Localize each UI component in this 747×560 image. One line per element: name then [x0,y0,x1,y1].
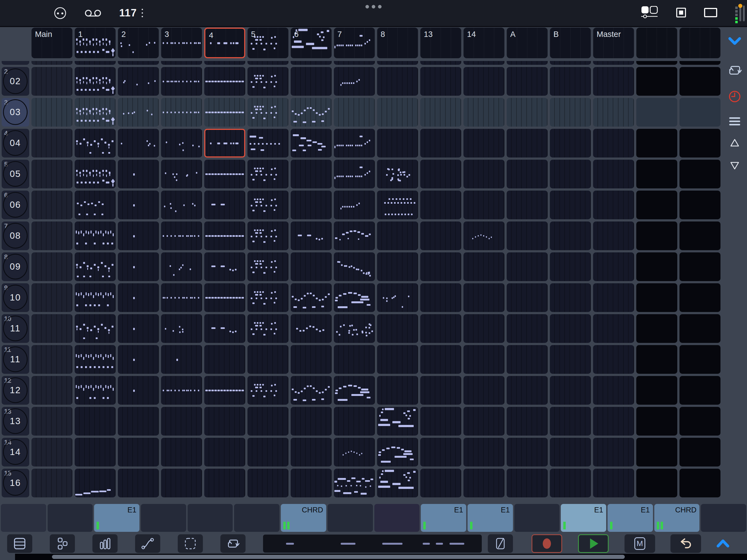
column-header-8[interactable]: 8 [377,28,418,58]
clip-cell[interactable] [291,376,332,405]
clip-cell[interactable] [75,222,115,250]
clip-cell[interactable] [248,61,288,65]
modules-view-button[interactable] [50,534,75,553]
clip-cell[interactable] [636,222,677,250]
clip-cell[interactable] [377,222,418,250]
clip-cell[interactable] [334,222,375,250]
scene-button-09[interactable]: 809 [2,252,29,281]
loop-icon[interactable] [727,63,742,77]
clip-cell[interactable] [463,160,505,188]
scene-button-06[interactable]: 606 [2,190,29,219]
clip-cell[interactable] [679,376,720,405]
clip-cell[interactable] [75,67,115,96]
clip-cell[interactable] [463,67,505,96]
scene-button-02[interactable]: 202 [2,67,29,96]
clip-cell[interactable] [463,407,505,436]
clip-cell[interactable] [377,190,418,219]
mixer-view-button[interactable] [93,534,118,553]
clip-cell[interactable] [118,129,159,157]
clip-cell[interactable] [507,469,548,498]
clip-cell[interactable] [463,129,505,157]
clip-cell[interactable] [593,345,634,374]
metronome-icon[interactable] [53,6,67,20]
scene-button-16[interactable]: 1516 [2,469,29,498]
clip-cell[interactable] [31,160,73,188]
clip-cell[interactable] [75,129,115,157]
clip-cell[interactable] [334,129,375,157]
clip-cell[interactable] [75,469,115,498]
clip-cell[interactable] [377,376,418,405]
clip-cell[interactable] [420,376,461,405]
clip-cell[interactable] [118,98,159,127]
clip-cell[interactable] [507,98,548,127]
clip-cell[interactable] [463,438,505,466]
clip-cell[interactable] [204,252,245,281]
clip-cell[interactable] [420,438,461,466]
track-pad-CHRD[interactable]: CHRD [281,504,326,532]
clip-cell[interactable] [204,469,245,498]
clip-cell[interactable] [507,438,548,466]
clip-cell[interactable] [593,160,634,188]
clip-cell[interactable] [679,345,720,374]
clip-cell[interactable] [334,61,375,65]
clip-cell[interactable] [507,376,548,405]
menu-icon[interactable] [12,8,26,18]
clip-cell[interactable] [248,67,288,96]
clip-cell[interactable] [248,252,288,281]
clip-cell[interactable] [550,67,591,96]
clip-cell[interactable] [334,252,375,281]
clip-cell[interactable] [550,376,591,405]
track-pad-E1[interactable]: E1 [561,504,606,532]
meter-bar[interactable] [739,5,741,21]
clip-cell[interactable] [291,438,332,466]
clip-cell[interactable] [248,314,288,343]
clip-cell[interactable] [463,283,505,312]
clip-cell[interactable] [420,222,461,250]
clip-cell[interactable] [636,314,677,343]
clip-cell[interactable] [420,129,461,157]
clip-cell[interactable] [204,98,245,127]
clip-cell[interactable] [679,98,720,127]
clip-cell[interactable] [75,160,115,188]
clip-cell[interactable] [679,469,720,498]
clip-cell[interactable] [463,345,505,374]
column-header-1[interactable]: 1 [75,28,115,58]
stop-square-icon[interactable] [676,8,686,19]
clip-cell[interactable] [291,98,332,127]
clip-cell[interactable] [550,407,591,436]
clip-cell[interactable] [161,160,202,188]
clip-cell[interactable] [75,438,115,466]
clip-cell[interactable] [334,98,375,127]
column-header-Master[interactable]: Master [593,28,634,58]
clip-cell[interactable] [377,438,418,466]
scene-button-08[interactable]: 708 [2,222,29,250]
scene-button-partial[interactable] [2,61,29,65]
clip-cell[interactable] [636,438,677,466]
clip-cell[interactable] [636,345,677,374]
clip-cell[interactable] [463,190,505,219]
clip-cell[interactable] [75,283,115,312]
clip-cell[interactable] [593,98,634,127]
clip-cell[interactable] [118,314,159,343]
clip-cell[interactable] [679,129,720,157]
scene-button-10[interactable]: 910 [2,283,29,312]
clip-cell[interactable] [161,61,202,65]
clip-cell[interactable] [507,160,548,188]
clip-cell[interactable] [291,407,332,436]
scene-button-12[interactable]: 1212 [2,376,29,405]
clip-cell[interactable] [204,129,245,157]
clip-cell[interactable] [161,438,202,466]
clip-cell[interactable] [31,98,73,127]
clip-cell[interactable] [118,345,159,374]
clip-cell[interactable] [420,190,461,219]
track-pad-E1[interactable]: E1 [468,504,513,532]
clip-cell[interactable] [679,438,720,466]
dual-pane-icon[interactable] [641,6,658,20]
clip-cell[interactable] [593,67,634,96]
scene-button-11[interactable]: 1111 [2,345,29,374]
clip-cell[interactable] [679,190,720,219]
clip-cell[interactable] [507,407,548,436]
clip-cell[interactable] [248,129,288,157]
clip-cell[interactable] [291,222,332,250]
clip-cell[interactable] [550,438,591,466]
